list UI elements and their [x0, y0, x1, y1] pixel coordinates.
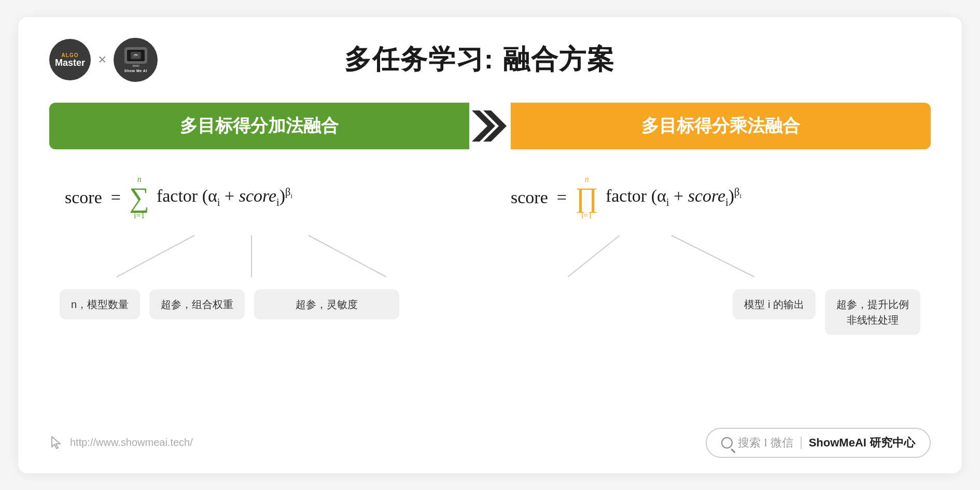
banner-row: 多目标得分加法融合 多目标得分乘法融合 — [49, 103, 931, 149]
sigma-operator: n ∑ i=1 — [129, 175, 149, 220]
cursor-icon — [49, 436, 64, 450]
algo-text: ALGO — [62, 52, 79, 58]
connecting-arrows — [49, 235, 931, 282]
header: ALGO Master × — [49, 38, 931, 82]
formulas-section: score = n ∑ i=1 factor (αi + scorei)βi s… — [49, 175, 931, 335]
search-placeholder: 搜索 I 微信 — [738, 435, 793, 451]
formula-right: score = n ∏ i=1 factor (αi + scorei)βi — [469, 175, 915, 235]
banner-left: 多目标得分加法融合 — [49, 103, 469, 149]
tag-hyperp-sensitivity: 超参，灵敏度 — [254, 289, 399, 319]
sigma-bottom: i=1 — [134, 212, 145, 220]
factor-right: factor (αi + scorei)βi — [606, 186, 741, 208]
formula-left: score = n ∑ i=1 factor (αi + scorei)βi — [65, 175, 469, 235]
website-link[interactable]: http://www.showmeai.tech/ — [49, 436, 193, 450]
tag-hyperp-weight: 超参，组合权重 — [149, 289, 245, 319]
algo-master-logo: ALGO Master — [49, 39, 91, 80]
search-brand: ShowMeAI 研究中心 — [809, 435, 915, 451]
tag-hyperp-boost: 超参，提升比例 非线性处理 — [825, 289, 920, 335]
banner-right: 多目标得分乘法融合 — [511, 103, 931, 149]
formula-right-expression: score = n ∏ i=1 factor (αi + scorei)βi — [511, 175, 741, 220]
score-equals-left: score = — [65, 188, 125, 207]
cross-symbol: × — [98, 51, 106, 68]
formula-left-expression: score = n ∑ i=1 factor (αi + scorei)βi — [65, 175, 292, 220]
search-icon — [721, 437, 733, 449]
sigma-symbol: ∑ — [129, 184, 149, 212]
tag5-line1: 超参，提升比例 — [836, 299, 909, 310]
pi-bottom: i=1 — [581, 212, 592, 220]
svg-line-6 — [568, 235, 620, 277]
main-card: ALGO Master × — [18, 17, 962, 473]
showme-logo: Show Me AI — [114, 38, 158, 82]
pi-symbol: ∏ — [575, 184, 598, 212]
svg-marker-8 — [52, 437, 60, 449]
tag-model-output: 模型 i 的输出 — [733, 289, 816, 319]
bottom-area: http://www.showmeai.tech/ 搜索 I 微信 ShowMe… — [49, 428, 931, 458]
tag-n-model-count: n，模型数量 — [60, 289, 140, 319]
master-text: Master — [55, 58, 85, 67]
score-equals-right: score = — [511, 188, 571, 207]
page-title: 多任务学习: 融合方案 — [158, 41, 801, 78]
svg-line-7 — [671, 235, 754, 277]
logo-area: ALGO Master × — [49, 38, 158, 82]
tags-row: n，模型数量 超参，组合权重 超参，灵敏度 模型 i 的输出 超参，提升比例 非… — [49, 289, 931, 335]
url-text: http://www.showmeai.tech/ — [70, 437, 193, 449]
factor-left: factor (αi + scorei)βi — [157, 186, 292, 208]
tag5-line2: 非线性处理 — [847, 314, 899, 326]
pi-operator: n ∏ i=1 — [575, 175, 598, 220]
svg-line-5 — [309, 235, 386, 277]
showme-label: Show Me AI — [124, 69, 147, 73]
chevron-arrow — [469, 108, 511, 144]
search-box[interactable]: 搜索 I 微信 ShowMeAI 研究中心 — [706, 428, 931, 458]
divider — [801, 437, 802, 449]
svg-line-3 — [117, 235, 194, 277]
